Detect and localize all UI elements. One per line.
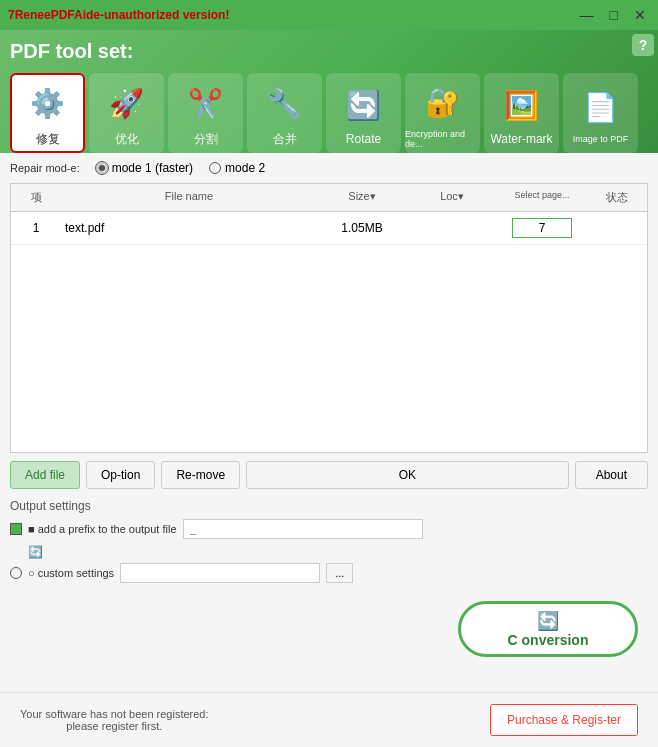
custom-row: ○ custom settings C:/Users/34544/Desktop… — [10, 563, 648, 583]
custom-radio[interactable] — [10, 567, 22, 579]
row-page[interactable] — [497, 212, 587, 244]
prefix-input[interactable] — [183, 519, 423, 539]
imagetopdf-icon: 📄 — [576, 82, 626, 132]
prefix-icon: 🔄 — [28, 545, 43, 559]
col-filename: File name — [61, 188, 317, 207]
title-bar-text: 7ReneePDFAide-unauthorized version! — [8, 8, 229, 22]
watermark-label: Water-mark — [490, 132, 552, 146]
row-status — [587, 222, 647, 234]
mode1-label: mode 1 (faster) — [112, 161, 193, 175]
rotate-label: Rotate — [346, 132, 381, 146]
tool-repair[interactable]: ⚙️ 修复 — [10, 73, 85, 153]
mode1-radio[interactable] — [96, 162, 108, 174]
close-button[interactable]: ✕ — [630, 7, 650, 23]
prefix-value-row: 🔄 — [10, 545, 648, 559]
optimize-label: 优化 — [115, 131, 139, 148]
file-table: 项 File name Size▾ Loc▾ Select page... 状态… — [10, 183, 648, 453]
tool-imagetopdf[interactable]: 📄 Image to PDF — [563, 73, 638, 153]
footer-text: Your software has not been registered: p… — [20, 708, 209, 732]
mode2-label: mode 2 — [225, 161, 265, 175]
tool-merge[interactable]: 🔧 合并 — [247, 73, 322, 153]
repair-mode-row: Repair mod-e: mode 1 (faster) mode 2 — [10, 161, 648, 175]
page-input[interactable] — [512, 218, 572, 238]
tool-watermark[interactable]: 🖼️ Water-mark — [484, 73, 559, 153]
custom-label: ○ custom settings — [28, 567, 114, 579]
prefix-checkbox[interactable] — [10, 523, 22, 535]
prefix-row: ■ add a prefix to the output file — [10, 519, 648, 539]
footer-line1: Your software has not been registered: — [20, 708, 209, 720]
split-icon: ✂️ — [181, 79, 231, 129]
col-status: 状态 — [587, 188, 647, 207]
toolbar: PDF tool set: ⚙️ 修复 🚀 优化 ✂️ 分割 🔧 合并 — [0, 30, 658, 153]
merge-icon: 🔧 — [260, 79, 310, 129]
help-button[interactable]: ? — [632, 34, 654, 56]
add-file-button[interactable]: Add file — [10, 461, 80, 489]
prefix-label: ■ add a prefix to the output file — [28, 523, 177, 535]
repair-icon: ⚙️ — [23, 79, 73, 129]
mode1-option[interactable]: mode 1 (faster) — [96, 161, 193, 175]
output-settings-title: Output settings — [10, 499, 648, 513]
custom-path-input[interactable]: C:/Users/34544/Desktop — [120, 563, 320, 583]
optimize-icon: 🚀 — [102, 79, 152, 129]
tool-optimize[interactable]: 🚀 优化 — [89, 73, 164, 153]
row-filename: text.pdf — [61, 215, 317, 241]
merge-label: 合并 — [273, 131, 297, 148]
option-button[interactable]: Op-tion — [86, 461, 155, 489]
title-bar-controls: — □ ✕ — [576, 7, 650, 23]
mode2-option[interactable]: mode 2 — [209, 161, 265, 175]
col-index: 项 — [11, 188, 61, 207]
mode2-radio[interactable] — [209, 162, 221, 174]
browse-button[interactable]: ... — [326, 563, 353, 583]
repair-mode-label: Repair mod-e: — [10, 162, 80, 174]
row-index: 1 — [11, 215, 61, 241]
minimize-button[interactable]: — — [576, 7, 598, 23]
remove-button[interactable]: Re-move — [161, 461, 240, 489]
imagetopdf-label: Image to PDF — [573, 134, 629, 144]
col-loc: Loc▾ — [407, 188, 497, 207]
table-header: 项 File name Size▾ Loc▾ Select page... 状态 — [11, 184, 647, 212]
col-page: Select page... — [497, 188, 587, 207]
split-label: 分割 — [194, 131, 218, 148]
rotate-icon: 🔄 — [339, 80, 389, 130]
encrypt-icon: 🔐 — [418, 77, 468, 127]
row-loc — [407, 222, 497, 234]
watermark-icon: 🖼️ — [497, 80, 547, 130]
footer: Your software has not been registered: p… — [0, 692, 658, 747]
footer-line2: please register first. — [20, 720, 209, 732]
maximize-button[interactable]: □ — [606, 7, 622, 23]
col-size: Size▾ — [317, 188, 407, 207]
title-bar: 7ReneePDFAide-unauthorized version! — □ … — [0, 0, 658, 30]
encrypt-label: Encryption and de... — [405, 129, 480, 149]
table-body: 1 text.pdf 1.05MB — [11, 212, 647, 452]
action-buttons: Add file Op-tion Re-move OK About — [10, 461, 648, 489]
tool-split[interactable]: ✂️ 分割 — [168, 73, 243, 153]
main-content: Repair mod-e: mode 1 (faster) mode 2 项 F… — [0, 153, 658, 597]
purchase-button[interactable]: Purchase & Regis-ter — [490, 704, 638, 736]
conversion-button[interactable]: 🔄 C onversion — [458, 601, 638, 657]
output-settings: Output settings ■ add a prefix to the ou… — [10, 499, 648, 583]
ok-button[interactable]: OK — [246, 461, 569, 489]
tool-encrypt[interactable]: 🔐 Encryption and de... — [405, 73, 480, 153]
conversion-label: C onversion — [508, 632, 589, 648]
conversion-icon: 🔄 — [537, 610, 559, 632]
about-button[interactable]: About — [575, 461, 648, 489]
toolbar-title: PDF tool set: — [10, 40, 648, 63]
row-size: 1.05MB — [317, 215, 407, 241]
table-row: 1 text.pdf 1.05MB — [11, 212, 647, 245]
repair-label: 修复 — [36, 131, 60, 148]
toolbar-icons: ⚙️ 修复 🚀 优化 ✂️ 分割 🔧 合并 🔄 Rotate — [10, 73, 648, 153]
tool-rotate[interactable]: 🔄 Rotate — [326, 73, 401, 153]
